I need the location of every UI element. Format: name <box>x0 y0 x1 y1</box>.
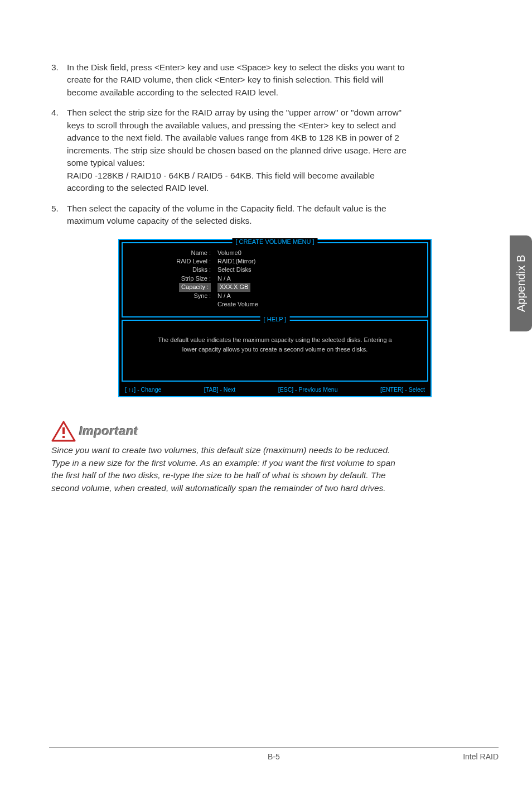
important-label: Important <box>79 424 138 439</box>
list-number: 4. <box>51 107 67 194</box>
bios-section-title: [ CREATE VOLUME MENU ] <box>233 238 318 245</box>
bios-footer-esc: [ESC] - Previous Menu <box>278 386 338 393</box>
bios-raid-value: RAID1(Mirror) <box>217 257 422 266</box>
bios-strip-label: Strip Size : <box>128 275 217 283</box>
important-block: Important Since you want to create two v… <box>51 421 408 494</box>
list-item-5: 5. Then select the capacity of the volum… <box>51 203 408 228</box>
bios-footer-tab: [TAB] - Next <box>204 386 235 393</box>
bios-name-value: Volume0 <box>217 249 422 257</box>
bios-help-text: The default value indicates the maximum … <box>128 325 422 376</box>
bios-footer-change: [ ↑↓] - Change <box>125 386 161 393</box>
bios-help-section: [ HELP ] The default value indicates the… <box>122 320 428 382</box>
list-number: 3. <box>51 61 67 99</box>
bios-disks-label: Disks : <box>128 266 217 274</box>
bios-raid-label: RAID Level : <box>128 257 217 266</box>
footer-section: Intel RAID <box>463 752 499 761</box>
list-item-3: 3. In the Disk field, press <Enter> key … <box>51 61 408 99</box>
bios-sync-value: N / A <box>217 292 422 300</box>
list-text: Then select the strip size for the RAID … <box>67 107 408 194</box>
bios-capacity-label: Capacity : <box>128 283 217 291</box>
list-item-4: 4. Then select the strip size for the RA… <box>51 107 408 194</box>
bios-sync-label: Sync : <box>128 292 217 300</box>
bios-screenshot: [ CREATE VOLUME MENU ] Name :Volume0 RAI… <box>118 239 432 398</box>
bios-footer-enter: [ENTER] - Select <box>380 386 425 393</box>
bios-capacity-value: XXX.X GB <box>217 283 422 291</box>
page-footer: B-5 Intel RAID <box>49 747 499 761</box>
bios-create-volume: Create Volume <box>217 300 422 309</box>
warning-icon <box>51 421 76 442</box>
bios-create-volume-section: [ CREATE VOLUME MENU ] Name :Volume0 RAI… <box>122 242 428 318</box>
list-text: In the Disk field, press <Enter> key and… <box>67 61 408 99</box>
important-text: Since you want to create two volumes, th… <box>51 444 408 494</box>
bios-strip-value: N / A <box>217 275 422 283</box>
bios-disks-value: Select Disks <box>217 266 422 274</box>
svg-rect-0 <box>62 427 65 434</box>
sidebar-label: Appendix B <box>515 255 528 312</box>
page-number: B-5 <box>268 752 280 761</box>
sidebar-tab: Appendix B <box>510 235 532 331</box>
bios-footer: [ ↑↓] - Change [TAB] - Next [ESC] - Prev… <box>119 384 431 396</box>
bios-name-label: Name : <box>128 249 217 257</box>
list-text: Then select the capacity of the volume i… <box>67 203 408 228</box>
bios-help-title: [ HELP ] <box>260 316 290 323</box>
list-number: 5. <box>51 203 67 228</box>
svg-rect-1 <box>62 436 65 438</box>
